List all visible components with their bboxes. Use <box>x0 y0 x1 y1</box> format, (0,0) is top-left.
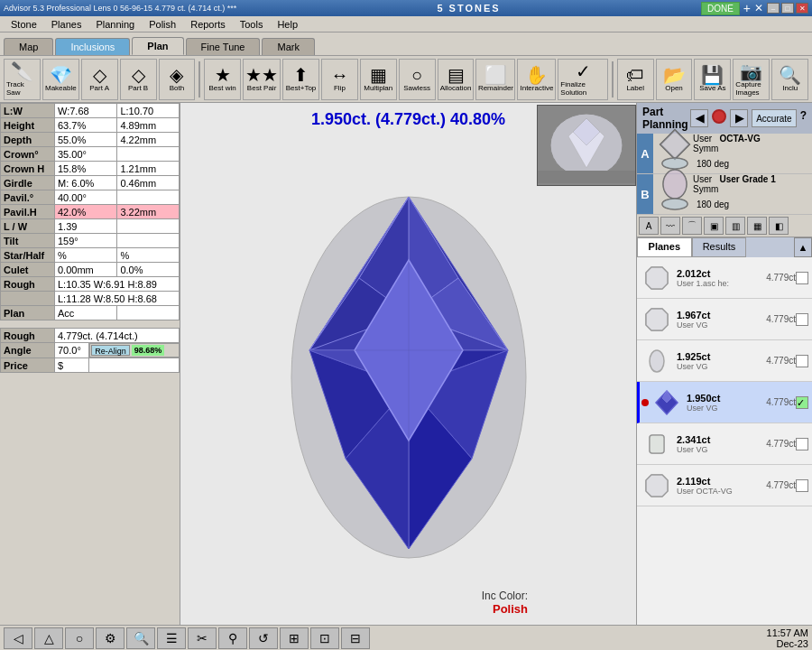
toolbar-multiplan[interactable]: ▦ Multiplan <box>360 59 397 100</box>
stone-row-5[interactable]: 2.341ct User VG 4.779ct <box>637 423 812 465</box>
rt-btn-4[interactable]: ▣ <box>704 217 724 235</box>
status-btn-4[interactable]: ⚙ <box>96 627 125 649</box>
menu-planning[interactable]: Planning <box>88 19 142 30</box>
accurate-button[interactable]: Accurate <box>752 109 796 127</box>
toolbar-remainder[interactable]: ⬜ Remainder <box>475 59 515 100</box>
plus-icon[interactable]: + <box>743 1 751 15</box>
emerald-icon <box>642 430 671 459</box>
toolbar-part-a[interactable]: ◇ Part A <box>81 59 118 100</box>
rt-btn-5[interactable]: ▥ <box>725 217 745 235</box>
stone-checkbox-3[interactable] <box>796 355 808 367</box>
close-icon[interactable]: ✕ <box>754 2 763 14</box>
tab-fine-tune[interactable]: Fine Tune <box>186 38 261 55</box>
toolbar-open[interactable]: 📂 Open <box>656 59 693 100</box>
menu-polish[interactable]: Polish <box>142 19 183 30</box>
minimize-button[interactable]: – <box>767 3 780 14</box>
tab-collapse-btn[interactable]: ▲ <box>794 237 812 257</box>
tab-map[interactable]: Map <box>4 38 53 55</box>
rt-btn-2[interactable]: 〰 <box>660 217 680 235</box>
right-panel: Part Planning ◀ ▶ Accurate ? A User <box>636 103 812 625</box>
stone-row-3[interactable]: 1.925ct User VG 4.779ct <box>637 340 812 382</box>
best-top-icon: ⬆ <box>293 66 309 84</box>
menu-stone[interactable]: Stone <box>4 19 44 30</box>
marquise-icon <box>642 347 671 376</box>
stone-row-2[interactable]: 1.967ct User VG 4.779ct <box>637 299 812 340</box>
tab-results[interactable]: Results <box>692 237 747 257</box>
tab-mark[interactable]: Mark <box>262 38 314 55</box>
toolbar-sawless[interactable]: ○ Sawless <box>399 59 436 100</box>
status-btn-1[interactable]: ◁ <box>4 627 32 649</box>
val-crown-deg2 <box>117 147 180 162</box>
val-crown-h2: 1.21mm <box>117 162 180 176</box>
rt-btn-1[interactable]: A <box>639 217 659 235</box>
stone-row-4[interactable]: 1.950ct User VG 4.779ct ✓ <box>637 382 812 423</box>
tab-planes[interactable]: Planes <box>637 237 692 257</box>
stones-count: 5 STONES <box>437 3 500 14</box>
status-btn-3[interactable]: ○ <box>65 627 94 649</box>
statusbar: ◁ △ ○ ⚙ 🔍 ☰ ✂ ⚲ ↺ ⊞ ⊡ ⊟ 11:57 AM Dec-23 <box>0 625 812 650</box>
stone-icon-3 <box>641 345 673 377</box>
tab-plan[interactable]: Plan <box>132 37 183 55</box>
status-btn-10[interactable]: ⊞ <box>280 627 309 649</box>
toolbar-part-b[interactable]: ◇ Part B <box>120 59 157 100</box>
left-panel: L:W W:7.68 L:10.70 Height 63.7% 4.89mm D… <box>0 103 180 625</box>
rt-btn-6[interactable]: ▦ <box>747 217 767 235</box>
status-btn-7[interactable]: ✂ <box>188 627 217 649</box>
maximize-button[interactable]: □ <box>781 3 794 14</box>
close-button[interactable]: ✕ <box>796 3 808 14</box>
rt-btn-7[interactable]: ◧ <box>769 217 789 235</box>
help-icon[interactable]: ? <box>800 109 807 127</box>
section-b-info: User User Grade 1 Symm <box>693 174 808 194</box>
toolbar-allocation[interactable]: ▤ Allocation <box>438 59 475 100</box>
toolbar-interactive[interactable]: ✋ Interactive <box>517 59 556 100</box>
tab-inclusions[interactable]: Inclusions <box>55 38 130 55</box>
status-btn-9[interactable]: ↺ <box>249 627 278 649</box>
toolbar-separator <box>198 61 200 98</box>
stone-checkbox-4[interactable]: ✓ <box>796 396 808 409</box>
toolbar-best-pair[interactable]: ★★ Best Pair <box>243 59 281 100</box>
diamond-view[interactable] <box>273 170 544 585</box>
val-lw2: L:10.70 <box>117 104 180 118</box>
status-btn-12[interactable]: ⊟ <box>341 627 370 649</box>
stone-row-6[interactable]: 2.119ct User OCTA-VG 4.779ct <box>637 465 812 506</box>
toolbar-label: Best Pair <box>247 84 276 92</box>
stone-info-4: 1.950ct User VG <box>687 393 762 413</box>
record-button[interactable] <box>712 109 726 124</box>
stone-checkbox-1[interactable] <box>796 272 808 284</box>
menu-tools[interactable]: Tools <box>233 19 271 30</box>
label-angle: Angle <box>1 343 55 358</box>
stone-checkbox-2[interactable] <box>796 313 808 326</box>
status-btn-8[interactable]: ⚲ <box>218 627 247 649</box>
toolbar-label[interactable]: 🏷 Label <box>617 59 654 100</box>
menu-reports[interactable]: Reports <box>183 19 233 30</box>
stone-info-2: 1.967ct User VG <box>677 310 762 330</box>
menu-help[interactable]: Help <box>270 19 305 30</box>
status-btn-2[interactable]: △ <box>34 627 63 649</box>
toolbar-track-saw[interactable]: 🔪 Track Saw <box>4 59 41 100</box>
right-tabs: Planes Results ▲ <box>637 237 812 257</box>
menu-planes[interactable]: Planes <box>44 19 89 30</box>
toolbar-save-as[interactable]: 💾 Save As <box>694 59 731 100</box>
nav-left-button[interactable]: ◀ <box>690 109 708 127</box>
toolbar-capture[interactable]: 📷 Capture Images <box>733 59 770 100</box>
nav-right-button[interactable]: ▶ <box>730 109 748 127</box>
toolbar-best-win[interactable]: ★ Best win <box>204 59 241 100</box>
toolbar-finalize[interactable]: ✓ Finalize Solution <box>558 59 608 100</box>
toolbar-best-top[interactable]: ⬆ Best+Top <box>282 59 319 100</box>
rt-btn-3[interactable]: ⌒ <box>682 217 702 235</box>
color-label: Inc Color: Polish <box>482 590 528 616</box>
toolbar-inclu[interactable]: 🔍 Inclu <box>771 59 808 100</box>
realign-button[interactable]: Re-Align <box>91 345 130 356</box>
stone-checkbox-6[interactable] <box>796 479 808 492</box>
stone-checkbox-5[interactable] <box>796 438 808 450</box>
status-btn-6[interactable]: ☰ <box>157 627 186 649</box>
toolbar-flip[interactable]: ↔ Flip <box>321 59 358 100</box>
toolbar-makeable[interactable]: 💎 Makeable <box>42 59 79 100</box>
status-btn-11[interactable]: ⊡ <box>310 627 339 649</box>
status-btn-5[interactable]: 🔍 <box>126 627 155 649</box>
table-row: Pavil.° 40.00° <box>1 190 180 205</box>
makeable-icon: 💎 <box>50 66 72 84</box>
toolbar-both[interactable]: ◈ Both <box>159 59 196 100</box>
done-button[interactable]: DONE <box>701 2 740 15</box>
stone-row-1[interactable]: 2.012ct User 1.asc he: 4.779ct <box>637 257 812 299</box>
